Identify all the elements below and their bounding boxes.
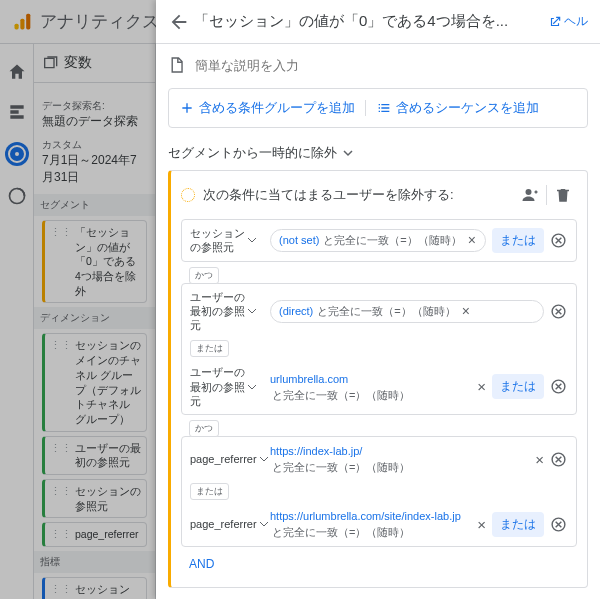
description-input[interactable]: [195, 58, 588, 73]
divider: [365, 100, 366, 116]
filter-pill[interactable]: (not set)と完全に一致（=）（随時）×: [270, 229, 486, 252]
and-joiner: かつ: [189, 267, 219, 284]
modal-title: 「セッション」の値が「0」である4つ場合を...: [194, 12, 548, 31]
remove-rule-button[interactable]: [548, 301, 568, 321]
remove-rule-button[interactable]: [548, 449, 568, 469]
or-joiner: または: [190, 483, 229, 500]
plus-icon: [179, 100, 195, 116]
list-icon: [376, 100, 392, 116]
or-button[interactable]: または: [492, 374, 544, 399]
remove-rule-button[interactable]: [548, 514, 568, 534]
svg-point-6: [526, 189, 532, 195]
close-circle-icon: [550, 516, 567, 533]
remove-rule-button[interactable]: [548, 377, 568, 397]
dimension-select[interactable]: page_referrer: [190, 517, 262, 531]
rule-block: セッションの参照元 (not set)と完全に一致（=）（随時）× または: [181, 219, 577, 262]
and-button[interactable]: AND: [181, 551, 222, 577]
trash-icon: [554, 186, 572, 204]
close-circle-icon: [550, 378, 567, 395]
close-circle-icon: [550, 303, 567, 320]
remove-filter-icon[interactable]: ×: [462, 304, 470, 318]
chevron-down-icon: [247, 306, 257, 316]
dotted-circle-icon: [181, 188, 195, 202]
delete-button[interactable]: [549, 181, 577, 209]
chevron-down-icon: [247, 235, 257, 245]
rule-block: ユーザーの最初の参照元 (direct)と完全に一致（=）（随時）× または ユ…: [181, 283, 577, 416]
filter-operator: と完全に一致（=）（随時）: [270, 523, 477, 540]
back-button[interactable]: [168, 11, 190, 33]
remove-filter-icon[interactable]: ×: [477, 516, 486, 533]
add-include-sequence-button[interactable]: 含めるシーケンスを追加: [376, 99, 539, 117]
close-circle-icon: [550, 232, 567, 249]
filter-value[interactable]: https://urlumbrella.com/site/index-lab.j…: [270, 510, 461, 522]
dimension-select[interactable]: page_referrer: [190, 452, 262, 466]
filter-pill[interactable]: (direct)と完全に一致（=）（随時）×: [270, 300, 544, 323]
chevron-down-icon: [247, 382, 257, 392]
filter-operator: と完全に一致（=）（随時）: [270, 458, 535, 475]
filter-value[interactable]: https://index-lab.jp/: [270, 445, 362, 457]
include-actions-box: 含める条件グループを追加 含めるシーケンスを追加: [168, 88, 588, 128]
dimension-select[interactable]: セッションの参照元: [190, 226, 262, 255]
divider: [546, 185, 547, 205]
remove-filter-icon[interactable]: ×: [468, 233, 476, 247]
condition-header: 次の条件に当てはまるユーザーを除外する:: [181, 181, 577, 209]
modal-header: 「セッション」の値が「0」である4つ場合を... ヘル: [156, 0, 600, 44]
remove-filter-icon[interactable]: ×: [477, 378, 486, 395]
filter-operator: と完全に一致（=）（随時）: [270, 386, 477, 403]
or-button[interactable]: または: [492, 512, 544, 537]
description-row: [168, 56, 588, 74]
rule-block: page_referrer https://index-lab.jp/ と完全に…: [181, 436, 577, 547]
person-icon: [521, 186, 539, 204]
exclude-users-label: 次の条件に当てはまるユーザーを除外する:: [203, 186, 516, 204]
dimension-select[interactable]: ユーザーの最初の参照元: [190, 365, 262, 408]
or-joiner: または: [190, 340, 229, 357]
filter-value[interactable]: urlumbrella.com: [270, 373, 348, 385]
and-joiner: かつ: [189, 420, 219, 437]
description-icon: [168, 56, 185, 74]
scope-button[interactable]: [516, 181, 544, 209]
dimension-select[interactable]: ユーザーの最初の参照元: [190, 290, 262, 333]
or-button[interactable]: または: [492, 228, 544, 253]
segment-editor-panel: 「セッション」の値が「0」である4つ場合を... ヘル 含める条件グループを追加…: [156, 0, 600, 599]
remove-rule-button[interactable]: [548, 230, 568, 250]
help-link[interactable]: ヘル: [548, 13, 588, 30]
close-circle-icon: [550, 451, 567, 468]
exclude-section-title[interactable]: セグメントから一時的に除外: [168, 144, 588, 162]
remove-filter-icon[interactable]: ×: [535, 451, 544, 468]
chevron-down-icon: [343, 148, 353, 158]
exclude-condition-card: 次の条件に当てはまるユーザーを除外する: セッションの参照元 (not set)…: [168, 170, 588, 588]
add-include-group-button[interactable]: 含める条件グループを追加: [179, 99, 355, 117]
open-in-new-icon: [548, 15, 562, 29]
